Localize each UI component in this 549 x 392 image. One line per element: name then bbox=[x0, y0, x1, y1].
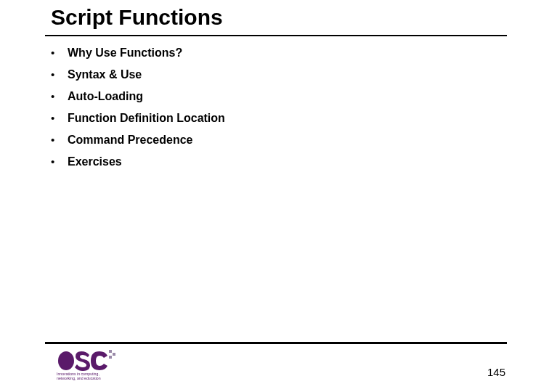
bullet-list: • Why Use Functions? • Syntax & Use • Au… bbox=[51, 45, 225, 176]
footer-divider bbox=[45, 342, 507, 344]
list-item: • Auto-Loading bbox=[51, 89, 225, 104]
page-number: 145 bbox=[487, 366, 505, 378]
bullet-dot-icon: • bbox=[51, 45, 68, 60]
bullet-dot-icon: • bbox=[51, 154, 68, 169]
list-item: • Command Precedence bbox=[51, 132, 225, 147]
list-item: • Function Definition Location bbox=[51, 110, 225, 126]
bullet-text: Exercises bbox=[68, 154, 122, 169]
bullet-text: Function Definition Location bbox=[68, 110, 225, 126]
bullet-text: Command Precedence bbox=[68, 132, 193, 147]
bullet-text: Syntax & Use bbox=[68, 67, 142, 82]
bullet-dot-icon: • bbox=[51, 110, 68, 126]
logo-tagline-2: networking, and education bbox=[57, 376, 101, 380]
bullet-dot-icon: • bbox=[51, 132, 68, 147]
osc-logo-icon: Innovations in computing, networking, an… bbox=[57, 350, 122, 383]
bullet-text: Why Use Functions? bbox=[68, 45, 182, 60]
list-item: • Syntax & Use bbox=[51, 67, 225, 82]
list-item: • Exercises bbox=[51, 154, 225, 169]
svg-rect-1 bbox=[113, 353, 115, 356]
bullet-dot-icon: • bbox=[51, 67, 68, 82]
svg-rect-0 bbox=[109, 350, 112, 353]
title-divider bbox=[45, 35, 507, 36]
slide: Script Functions • Why Use Functions? • … bbox=[0, 0, 549, 392]
svg-rect-2 bbox=[109, 356, 112, 359]
bullet-text: Auto-Loading bbox=[68, 89, 143, 104]
list-item: • Why Use Functions? bbox=[51, 45, 225, 60]
bullet-dot-icon: • bbox=[51, 89, 68, 104]
slide-title: Script Functions bbox=[51, 5, 223, 30]
